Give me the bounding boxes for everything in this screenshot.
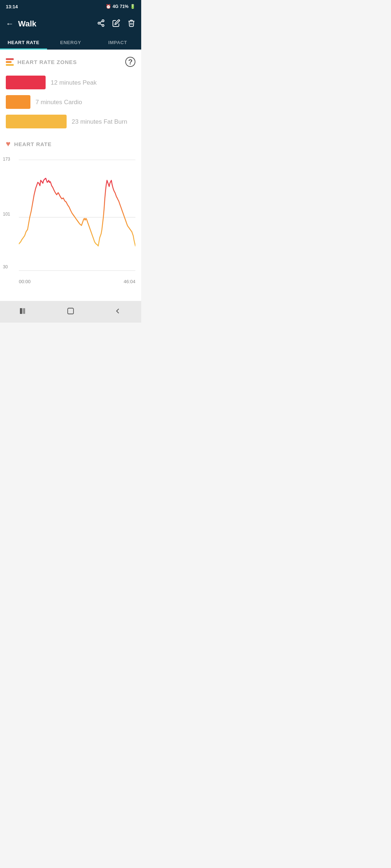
page-title: Walk [18,19,93,29]
bottom-space [0,286,141,301]
menu-button[interactable] [16,304,31,318]
zone-peak: 12 minutes Peak [6,76,135,89]
zone-fatburn-bar [6,115,67,128]
svg-line-4 [100,21,102,22]
content-area: HEART RATE ZONES ? 12 minutes Peak 7 min… [0,50,141,301]
zone-peak-label: 12 minutes Peak [51,79,97,86]
home-button[interactable] [63,304,78,318]
zone-cardio-label: 7 minutes Cardio [35,98,82,106]
y-label-mid: 101 [3,212,10,217]
y-label-top: 173 [3,157,10,162]
edit-icon[interactable] [112,19,120,29]
svg-rect-10 [24,308,25,314]
svg-point-1 [98,22,100,24]
svg-rect-8 [20,308,22,314]
status-bar: 13:14 ⏰ 4G 71% 🔋 [0,0,141,13]
chart-footer: 00:00 46:04 [0,277,141,286]
zones-section-header: HEART RATE ZONES ? [0,50,141,73]
zone-cardio-bar [6,95,30,109]
y-label-bottom: 30 [3,264,8,269]
svg-point-0 [102,20,104,22]
help-button[interactable]: ? [125,57,135,67]
hr-section-header: ♥ HEART RATE [0,136,141,154]
zones-title: HEART RATE ZONES [17,59,77,65]
status-right: ⏰ 4G 71% 🔋 [106,4,135,9]
tab-bar: HEART RATE ENERGY IMPACT [0,35,141,50]
share-icon[interactable] [97,19,105,29]
time-end: 46:04 [123,279,135,284]
back-nav-button[interactable] [110,304,125,318]
alarm-icon: ⏰ [106,4,111,9]
tab-heart-rate[interactable]: HEART RATE [0,35,47,50]
top-nav: ← Walk [0,13,141,35]
heart-icon: ♥ [6,139,10,149]
battery-icon: 🔋 [130,4,135,9]
svg-line-3 [100,24,102,25]
zone-fatburn-label: 23 minutes Fat Burn [72,118,127,125]
svg-rect-11 [68,308,73,314]
time-start: 00:00 [19,279,31,284]
signal-label: 4G [113,4,118,9]
heart-rate-chart: 173 101 30 [0,154,141,277]
hr-title: HEART RATE [14,141,52,147]
battery-label: 71% [120,4,129,9]
back-button[interactable]: ← [6,19,14,29]
zone-cardio: 7 minutes Cardio [6,95,135,109]
zones-header-left: HEART RATE ZONES [6,58,77,66]
status-time: 13:14 [6,4,18,9]
chart-svg [19,154,135,277]
delete-icon[interactable] [127,19,135,29]
zone-fatburn: 23 minutes Fat Burn [6,115,135,128]
bottom-nav [0,301,141,323]
tab-energy[interactable]: ENERGY [47,35,94,50]
zones-stack-icon [6,58,14,66]
nav-actions [97,19,135,29]
zone-list: 12 minutes Peak 7 minutes Cardio 23 minu… [0,73,141,136]
svg-point-2 [102,24,104,26]
zone-peak-bar [6,76,46,89]
tab-impact[interactable]: IMPACT [94,35,141,50]
svg-rect-9 [23,308,24,314]
